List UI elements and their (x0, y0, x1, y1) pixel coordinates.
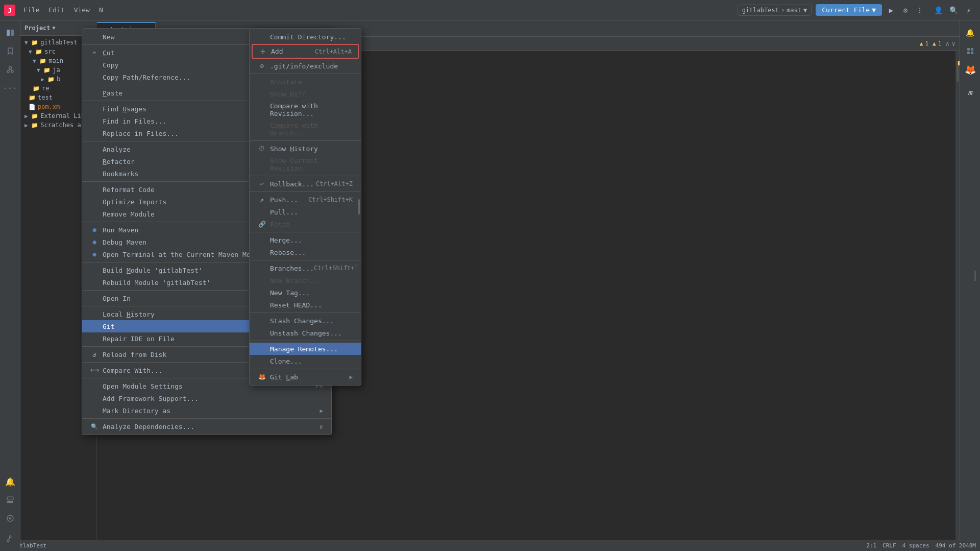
svg-rect-18 (971, 52, 973, 54)
git-rebase-label: Rebase... (270, 249, 353, 256)
top-bar: J File Edit View N gitlabTest › mast ▼ C… (0, 0, 980, 20)
git-clone-label: Clone... (270, 357, 353, 365)
status-position[interactable]: 2:1 (866, 542, 876, 549)
sidebar-icon-bottom[interactable] (2, 492, 18, 508)
git-exclude[interactable]: ⊘ .git/info/exclude (250, 60, 361, 72)
separator (250, 369, 361, 369)
run-maven-icon: ● (90, 226, 99, 233)
chevron-down-icon[interactable]: ∨ (951, 40, 955, 47)
git-submenu-scrollbar[interactable] (358, 199, 360, 214)
open-terminal-icon: ● (90, 251, 99, 258)
git-reset-head-label: Reset HEAD... (270, 301, 353, 309)
git-gitlab[interactable]: 🦊 Git Lab ▶ (250, 371, 361, 383)
git-reset-head[interactable]: Reset HEAD... (250, 299, 361, 311)
git-commit-label: Commit Directory... (270, 33, 353, 41)
chevron-up-icon[interactable]: ∧ (945, 40, 949, 47)
git-branches[interactable]: Branches... Ctrl+Shift+` (250, 262, 361, 274)
current-file-chevron: ▼ (872, 6, 876, 14)
sidebar-icon-project[interactable] (2, 25, 18, 41)
folder-icon: ▶ 📁 (41, 76, 55, 83)
folder-icon: ▶ 📁 (24, 113, 38, 119)
git-new-tag[interactable]: New Tag... (250, 286, 361, 299)
git-add-label: Add (271, 47, 315, 55)
account-button[interactable]: 👤 (931, 3, 945, 17)
git-new-tag-label: New Tag... (270, 289, 353, 297)
git-clone[interactable]: Clone... (250, 355, 361, 367)
tree-label: External Lib (40, 112, 85, 119)
svg-line-14 (8, 538, 10, 540)
branch-dropdown-icon: ▼ (803, 7, 807, 14)
line-sep-label: CRLF (883, 542, 896, 549)
git-rebase[interactable]: Rebase... (250, 246, 361, 258)
git-push[interactable]: ↗ Push... Ctrl+Shift+K (250, 194, 361, 206)
git-rollback[interactable]: ↩ Rollback... Ctrl+Alt+Z (250, 178, 361, 190)
svg-line-7 (8, 69, 10, 71)
right-icon-plugins[interactable] (962, 43, 978, 59)
git-manage-remotes[interactable]: Manage Remotes... (250, 343, 361, 355)
sidebar-icon-notifications[interactable]: 🔔 (2, 473, 18, 490)
git-exclude-label: .git/info/exclude (270, 62, 353, 70)
editor-scrollbar[interactable] (955, 51, 960, 540)
folder-icon: ▼ 📁 (33, 58, 46, 64)
error-count: 1 (938, 40, 942, 47)
git-show-diff: Show Diff (250, 88, 361, 100)
debug-maven-icon: ● (90, 238, 99, 246)
menu-edit[interactable]: Edit (44, 4, 68, 16)
git-compare-revision[interactable]: Compare with Revision... (250, 100, 361, 119)
svg-point-13 (7, 540, 9, 542)
project-branch-selector[interactable]: gitlabTest › mast ▼ (738, 5, 812, 16)
git-show-history[interactable]: ⏱ Show History (250, 142, 361, 155)
current-file-label: Current File (822, 6, 870, 14)
cm-analyze-deps[interactable]: 🔍 Analyze Dependencies... ∨ (82, 420, 331, 433)
sidebar-icon-run[interactable] (2, 510, 18, 526)
search-button[interactable]: 🔍 (946, 3, 961, 17)
tree-label: ja (53, 66, 60, 74)
git-add[interactable]: + Add Ctrl+Alt+A (252, 44, 359, 59)
cm-mark-directory-label: Mark Directory as (103, 407, 320, 415)
status-memory[interactable]: 494 of 2048M (936, 542, 976, 549)
cm-add-framework[interactable]: Add Framework Support... (82, 392, 331, 404)
git-show-current-revision: Show Current Revision (250, 155, 361, 174)
sidebar-icon-git-bottom[interactable] (2, 531, 18, 547)
sidebar-icon-more[interactable]: ··· (2, 80, 18, 96)
sidebar-icon-vcs[interactable] (2, 61, 18, 78)
git-stash-changes[interactable]: Stash Changes... (250, 315, 361, 327)
svg-rect-16 (971, 48, 973, 51)
git-commit-directory[interactable]: Commit Directory... (250, 31, 361, 43)
position-label: 2:1 (866, 542, 876, 549)
status-indent[interactable]: 4 spaces (902, 542, 929, 549)
settings-button[interactable]: ⚙ (898, 3, 913, 17)
show-history-icon: ⏱ (258, 145, 266, 152)
git-compare-branch: Compare with Branch... (250, 119, 361, 139)
plugins-button[interactable]: ⚡ (962, 3, 976, 17)
git-stash-label: Stash Changes... (270, 317, 353, 325)
right-icon-notifications[interactable]: 🔔 (962, 25, 978, 41)
git-unstash-changes[interactable]: Unstash Changes... (250, 327, 361, 339)
folder-icon: ▼ 📁 (29, 49, 42, 55)
git-compare-revision-label: Compare with Revision... (270, 102, 353, 117)
tree-label: b (57, 76, 60, 83)
sidebar-icon-bookmarks[interactable] (2, 43, 18, 59)
cm-mark-directory[interactable]: Mark Directory as ▶ (82, 404, 331, 417)
git-show-history-label: Show History (270, 145, 353, 153)
git-merge[interactable]: Merge... (250, 234, 361, 246)
status-line-sep[interactable]: CRLF (883, 542, 896, 549)
branch-name: mast (787, 7, 801, 14)
git-unstash-label: Unstash Changes... (270, 329, 353, 337)
menu-more[interactable]: N (95, 4, 107, 16)
branch-chevron: › (781, 7, 785, 14)
current-file-button[interactable]: Current File ▼ (816, 4, 882, 16)
git-submenu: Commit Directory... + Add Ctrl+Alt+A ⊘ .… (249, 28, 361, 386)
git-compare-branch-label: Compare with Branch... (270, 122, 353, 137)
chevron-down-indicator: ∨ (319, 423, 323, 430)
git-branches-label: Branches... (270, 265, 314, 272)
right-icon-m[interactable]: m (962, 84, 978, 101)
push-shortcut: Ctrl+Shift+K (308, 196, 353, 203)
git-pull[interactable]: Pull... (250, 206, 361, 218)
menu-view[interactable]: View (70, 4, 94, 16)
more-options-button[interactable]: ⋮ (913, 3, 927, 17)
menu-file[interactable]: File (19, 4, 43, 16)
separator (82, 418, 331, 419)
right-icon-git[interactable]: 🦊 (962, 61, 978, 78)
run-button[interactable]: ▶ (884, 3, 898, 17)
